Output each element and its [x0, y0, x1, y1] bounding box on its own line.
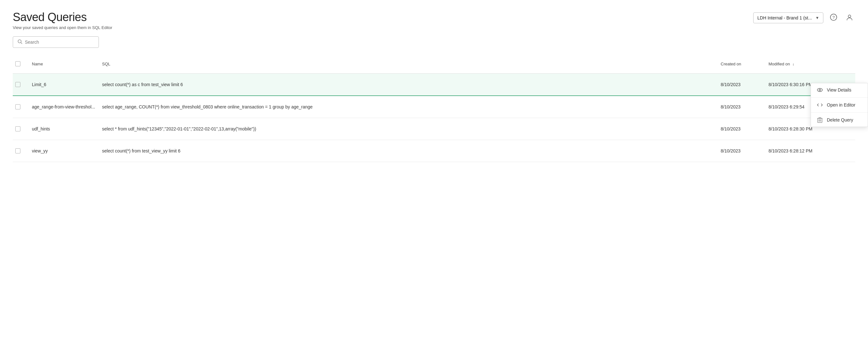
- context-menu-divider-2: [811, 112, 868, 113]
- brand-dropdown-label: LDH Internal - Brand 1 (st...: [757, 15, 812, 21]
- view-details-label: View Details: [827, 87, 851, 92]
- row-created-on: 8/10/2023: [718, 96, 766, 118]
- row-created-on: 8/10/2023: [718, 140, 766, 162]
- brand-dropdown[interactable]: LDH Internal - Brand 1 (st... ▼: [753, 12, 824, 23]
- row-checkbox-cell: [13, 140, 29, 162]
- eye-icon: [817, 87, 823, 93]
- row-checkbox-cell: [13, 118, 29, 140]
- table-row: age_range-from-view-threshol... select a…: [13, 96, 855, 118]
- context-menu: View Details Open in Editor: [811, 83, 868, 127]
- help-button[interactable]: ?: [828, 12, 839, 24]
- row-name: udf_hints: [29, 118, 99, 140]
- row-name: age_range-from-view-threshol...: [29, 96, 99, 118]
- trash-icon: [817, 117, 823, 123]
- header-created-on[interactable]: Created on: [718, 54, 766, 74]
- context-menu-open-editor[interactable]: Open in Editor: [811, 98, 868, 112]
- svg-point-6: [819, 89, 821, 91]
- search-input[interactable]: [25, 39, 94, 44]
- row-checkbox[interactable]: [15, 126, 21, 131]
- header-sql: SQL: [99, 54, 718, 74]
- svg-line-4: [21, 43, 22, 44]
- chevron-down-icon: ▼: [815, 16, 819, 20]
- row-modified-on: 8/10/2023 6:28:12 PM: [766, 140, 836, 162]
- context-menu-view-details[interactable]: View Details: [811, 83, 868, 97]
- help-icon: ?: [830, 14, 837, 22]
- table-row: view_yy select count(*) from test_view_y…: [13, 140, 855, 162]
- user-icon: [846, 14, 853, 22]
- open-in-editor-label: Open in Editor: [827, 102, 856, 108]
- header-modified-on[interactable]: Modified on ↓: [766, 54, 836, 74]
- table-row: udf_hints select * from udf_hints("12345…: [13, 118, 855, 140]
- user-button[interactable]: [844, 12, 855, 24]
- svg-point-5: [817, 88, 823, 92]
- table-body: Limit_6 select count(*) as c from test_v…: [13, 74, 855, 162]
- row-checkbox[interactable]: [15, 82, 21, 87]
- search-box: [13, 36, 99, 48]
- table-container: Name SQL Created on Modified on ↓: [0, 54, 868, 162]
- row-checkbox[interactable]: [15, 104, 21, 110]
- context-menu-delete-query[interactable]: Delete Query: [811, 113, 868, 127]
- page-header: Saved Queries View your saved queries an…: [0, 0, 868, 36]
- row-checkbox-cell: [13, 74, 29, 96]
- row-created-on: 8/10/2023: [718, 118, 766, 140]
- row-sql: select count(*) from test_view_yy limit …: [99, 140, 718, 162]
- table-row: Limit_6 select count(*) as c from test_v…: [13, 74, 855, 96]
- delete-query-label: Delete Query: [827, 117, 853, 122]
- search-section: [0, 36, 868, 54]
- row-created-on: 8/10/2023: [718, 74, 766, 96]
- context-menu-divider-1: [811, 97, 868, 98]
- row-name: Limit_6: [29, 74, 99, 96]
- page-title: Saved Queries: [13, 10, 112, 24]
- header-right: LDH Internal - Brand 1 (st... ▼ ?: [753, 12, 855, 24]
- row-checkbox[interactable]: [15, 148, 21, 153]
- row-sql: select * from udf_hints("12345","2022-01…: [99, 118, 718, 140]
- header-checkbox-cell: [13, 54, 29, 74]
- queries-table: Name SQL Created on Modified on ↓: [13, 54, 855, 162]
- svg-text:?: ?: [832, 15, 835, 20]
- row-name: view_yy: [29, 140, 99, 162]
- select-all-checkbox[interactable]: [15, 61, 21, 66]
- svg-point-2: [848, 15, 851, 18]
- header-actions: [836, 54, 855, 74]
- page-subtitle: View your saved queries and open them in…: [13, 25, 112, 30]
- header-left: Saved Queries View your saved queries an…: [13, 10, 112, 30]
- row-actions-cell: [836, 140, 855, 162]
- code-icon: [817, 102, 823, 108]
- header-name: Name: [29, 54, 99, 74]
- row-sql: select count(*) as c from test_view limi…: [99, 74, 718, 96]
- row-sql: select age_range, COUNT(*) from view_thr…: [99, 96, 718, 118]
- search-icon: [18, 39, 22, 45]
- row-checkbox-cell: [13, 96, 29, 118]
- table-header-row: Name SQL Created on Modified on ↓: [13, 54, 855, 74]
- sort-desc-icon: ↓: [793, 62, 794, 66]
